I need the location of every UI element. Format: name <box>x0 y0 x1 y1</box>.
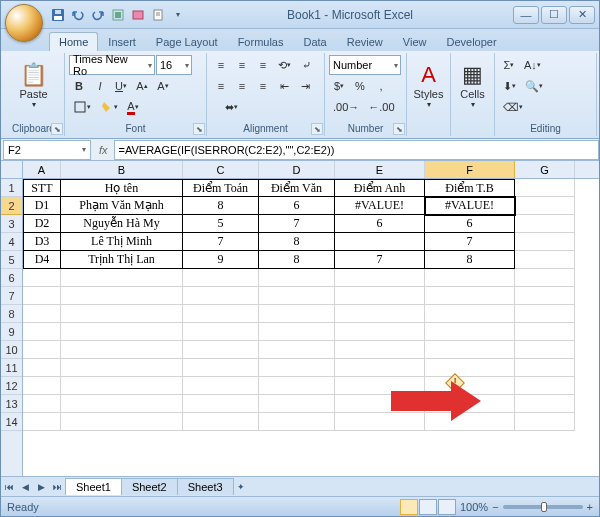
cell-G1[interactable] <box>515 179 575 197</box>
cells-button[interactable]: ▦Cells▾ <box>455 55 490 115</box>
formula-input[interactable]: =AVERAGE(IF(ISERROR(C2:E2),"",C2:E2)) <box>114 140 599 160</box>
sheet-tab-3[interactable]: Sheet3 <box>177 478 234 495</box>
cell-G14[interactable] <box>515 413 575 431</box>
cell-A8[interactable] <box>23 305 61 323</box>
cell-F10[interactable] <box>425 341 515 359</box>
cell-A14[interactable] <box>23 413 61 431</box>
fill-color-button[interactable]: ▾ <box>96 97 122 117</box>
cell-G9[interactable] <box>515 323 575 341</box>
cell-C11[interactable] <box>183 359 259 377</box>
cell-D8[interactable] <box>259 305 335 323</box>
cell-D5[interactable]: 8 <box>259 251 335 269</box>
qat-dropdown-icon[interactable]: ▾ <box>169 6 187 24</box>
minimize-button[interactable]: — <box>513 6 539 24</box>
cell-A3[interactable]: D2 <box>23 215 61 233</box>
cell-D2[interactable]: 6 <box>259 197 335 215</box>
cell-G12[interactable] <box>515 377 575 395</box>
increase-decimal-button[interactable]: .00→ <box>329 97 363 117</box>
decrease-decimal-button[interactable]: ←.00 <box>364 97 398 117</box>
cell-B11[interactable] <box>61 359 183 377</box>
row-header-4[interactable]: 4 <box>1 233 22 251</box>
paste-button[interactable]: 📋Paste▾ <box>7 55 60 115</box>
font-launcher[interactable]: ⬊ <box>193 123 205 135</box>
tab-insert[interactable]: Insert <box>98 32 146 51</box>
sheet-tab-2[interactable]: Sheet2 <box>121 478 178 495</box>
styles-button[interactable]: AStyles▾ <box>411 55 446 115</box>
merge-button[interactable]: ⬌▾ <box>211 97 251 117</box>
cell-C6[interactable] <box>183 269 259 287</box>
tab-page-layout[interactable]: Page Layout <box>146 32 228 51</box>
tab-home[interactable]: Home <box>49 32 98 51</box>
font-size-combo[interactable]: 16 <box>156 55 192 75</box>
cell-B4[interactable]: Lê Thị Minh <box>61 233 183 251</box>
decrease-indent-button[interactable]: ⇤ <box>274 76 294 96</box>
sort-filter-button[interactable]: A↓▾ <box>520 55 545 75</box>
cell-C10[interactable] <box>183 341 259 359</box>
view-break-button[interactable] <box>438 499 456 515</box>
sheet-nav-last[interactable]: ⏭ <box>49 479 65 495</box>
qat-icon[interactable] <box>129 6 147 24</box>
cell-E4[interactable] <box>335 233 425 251</box>
cell-F9[interactable] <box>425 323 515 341</box>
cell-C9[interactable] <box>183 323 259 341</box>
cell-F8[interactable] <box>425 305 515 323</box>
cell-E7[interactable] <box>335 287 425 305</box>
cell-D4[interactable]: 8 <box>259 233 335 251</box>
view-normal-button[interactable] <box>400 499 418 515</box>
cell-C2[interactable]: 8 <box>183 197 259 215</box>
cell-D3[interactable]: 7 <box>259 215 335 233</box>
new-sheet-button[interactable]: ✦ <box>233 479 249 495</box>
orientation-button[interactable]: ⟲▾ <box>274 55 295 75</box>
col-header-B[interactable]: B <box>61 161 183 178</box>
cell-D6[interactable] <box>259 269 335 287</box>
align-right-button[interactable]: ≡ <box>253 76 273 96</box>
cell-E9[interactable] <box>335 323 425 341</box>
tab-formulas[interactable]: Formulas <box>228 32 294 51</box>
cell-G11[interactable] <box>515 359 575 377</box>
row-header-14[interactable]: 14 <box>1 413 22 431</box>
italic-button[interactable]: I <box>90 76 110 96</box>
col-header-D[interactable]: D <box>259 161 335 178</box>
cell-D11[interactable] <box>259 359 335 377</box>
cell-D1[interactable]: Điểm Văn <box>259 179 335 197</box>
row-header-2[interactable]: 2 <box>1 197 22 215</box>
sheet-nav-first[interactable]: ⏮ <box>1 479 17 495</box>
cell-B12[interactable] <box>61 377 183 395</box>
cell-D12[interactable] <box>259 377 335 395</box>
cell-B7[interactable] <box>61 287 183 305</box>
name-box[interactable]: F2 <box>3 140 91 160</box>
tab-view[interactable]: View <box>393 32 437 51</box>
row-header-8[interactable]: 8 <box>1 305 22 323</box>
cell-F1[interactable]: Điểm T.B <box>425 179 515 197</box>
cell-G6[interactable] <box>515 269 575 287</box>
qat-icon[interactable] <box>109 6 127 24</box>
cell-F5[interactable]: 8 <box>425 251 515 269</box>
cell-F3[interactable]: 6 <box>425 215 515 233</box>
cell-B8[interactable] <box>61 305 183 323</box>
bold-button[interactable]: B <box>69 76 89 96</box>
cell-E2[interactable]: #VALUE! <box>335 197 425 215</box>
shrink-font-button[interactable]: A▾ <box>153 76 173 96</box>
cell-D10[interactable] <box>259 341 335 359</box>
sheet-tab-1[interactable]: Sheet1 <box>65 478 122 495</box>
cell-C7[interactable] <box>183 287 259 305</box>
cell-B3[interactable]: Nguyễn Hà My <box>61 215 183 233</box>
row-header-10[interactable]: 10 <box>1 341 22 359</box>
cell-D9[interactable] <box>259 323 335 341</box>
clear-button[interactable]: ⌫▾ <box>499 97 527 117</box>
comma-button[interactable]: , <box>371 76 391 96</box>
cell-G8[interactable] <box>515 305 575 323</box>
cell-A1[interactable]: STT <box>23 179 61 197</box>
number-launcher[interactable]: ⬊ <box>393 123 405 135</box>
cell-B6[interactable] <box>61 269 183 287</box>
row-header-9[interactable]: 9 <box>1 323 22 341</box>
cell-E1[interactable]: Điểm Anh <box>335 179 425 197</box>
fill-button[interactable]: ⬇▾ <box>499 76 520 96</box>
cell-G13[interactable] <box>515 395 575 413</box>
cell-A5[interactable]: D4 <box>23 251 61 269</box>
cell-A4[interactable]: D3 <box>23 233 61 251</box>
col-header-A[interactable]: A <box>23 161 61 178</box>
currency-button[interactable]: $▾ <box>329 76 349 96</box>
fx-icon[interactable]: fx <box>99 144 108 156</box>
col-header-C[interactable]: C <box>183 161 259 178</box>
